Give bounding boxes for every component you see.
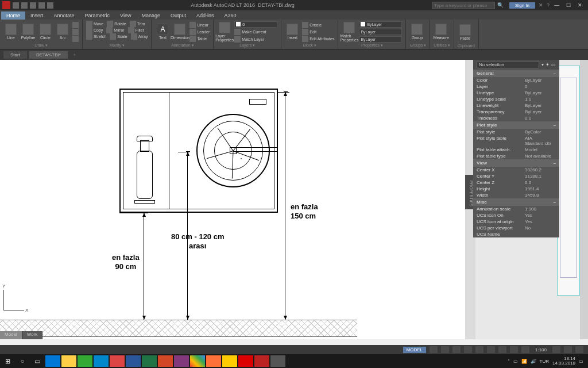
qat-open-icon[interactable]	[21, 2, 28, 9]
layer-properties-button[interactable]: Layer Properties	[217, 22, 232, 42]
color-combo[interactable]: ByLayer	[359, 21, 402, 28]
status-grid-icon[interactable]	[430, 346, 438, 353]
make-current-button[interactable]: Make Current	[234, 29, 277, 35]
tab-annotate[interactable]: Annotate	[49, 12, 80, 20]
exchange-icon[interactable]: ✕	[539, 2, 543, 8]
tab-manage[interactable]: Manage	[136, 12, 165, 20]
array-button[interactable]: Array	[131, 33, 148, 40]
close-button[interactable]: ✕	[578, 2, 582, 8]
props-quick-icon[interactable]: ✦	[546, 62, 550, 67]
status-scale[interactable]: 1:100	[533, 347, 549, 352]
edit-block-button[interactable]: Edit	[302, 29, 334, 35]
props-row[interactable]: UCS icon at originYes	[473, 218, 559, 225]
match-layer-button[interactable]: Match Layer	[234, 36, 277, 43]
tb-edge-icon[interactable]	[45, 355, 60, 367]
tb-mail-icon[interactable]	[110, 355, 125, 367]
props-row[interactable]: UCS Name	[473, 231, 559, 237]
tray-chevron-icon[interactable]: ˄	[508, 359, 510, 364]
tb-firefox-icon[interactable]	[206, 355, 221, 367]
tab-home[interactable]: Home	[1, 12, 25, 20]
status-ortho-icon[interactable]	[452, 346, 461, 353]
leader-button[interactable]: Leader	[189, 29, 210, 35]
tab-parametric[interactable]: Parametric	[80, 12, 115, 20]
props-row[interactable]: Plot table attach…Model	[473, 147, 559, 153]
qat-new-icon[interactable]	[13, 2, 19, 9]
tray-notifications-icon[interactable]: ▭	[579, 359, 583, 364]
props-row[interactable]: LinetypeByLayer	[473, 90, 559, 96]
start-button[interactable]: ⊞	[0, 354, 15, 368]
tray-network-icon[interactable]: 📶	[521, 359, 527, 364]
trim-button[interactable]: Trim	[130, 21, 145, 27]
move-button[interactable]: Move	[86, 21, 103, 27]
layer-combo[interactable]: 0	[234, 21, 277, 28]
draw-extra2-icon[interactable]	[72, 29, 79, 35]
line-button[interactable]: Line	[3, 24, 18, 40]
edit-attributes-button[interactable]: Edit Attributes	[302, 36, 334, 42]
filetab-current[interactable]: DETAY-TBI*	[29, 51, 68, 59]
props-selection-combo[interactable]: No selection	[477, 61, 539, 68]
props-pim-icon[interactable]: ▾	[541, 62, 544, 67]
vertical-scrollbar[interactable]	[580, 60, 588, 339]
tb-explorer-icon[interactable]	[61, 355, 76, 367]
status-osnap-icon[interactable]	[475, 346, 483, 353]
props-row[interactable]: UCS icon OnYes	[473, 212, 559, 218]
stretch-button[interactable]: Stretch	[86, 33, 106, 40]
props-row[interactable]: Annotation scale1:100	[473, 206, 559, 212]
properties-panel[interactable]: PROPERTIES No selection ▾✦▭ General–Colo…	[473, 60, 559, 237]
tb-ppt-icon[interactable]	[158, 355, 173, 367]
tb-app2-icon[interactable]	[270, 355, 285, 367]
status-clean-icon[interactable]	[564, 346, 572, 353]
signin-button[interactable]: Sign In	[509, 2, 535, 9]
lineweight-combo[interactable]: ByLayer	[359, 29, 402, 35]
filetab-start[interactable]: Start	[3, 51, 27, 59]
filetab-add-button[interactable]: +	[70, 52, 79, 57]
linetype-combo[interactable]: ByLayer	[359, 36, 402, 43]
properties-tab[interactable]: PROPERTIES	[465, 175, 473, 209]
props-row[interactable]: TransparencyByLayer	[473, 109, 559, 115]
status-lwt-icon[interactable]	[487, 346, 495, 353]
help-search-input[interactable]	[432, 2, 495, 9]
taskview-icon[interactable]: ▭	[30, 354, 45, 368]
props-row[interactable]: Height1991.4	[473, 186, 559, 192]
props-section[interactable]: Plot style–	[473, 121, 559, 129]
props-row[interactable]: Plot styleByColor	[473, 129, 559, 135]
tray-battery-icon[interactable]: ▭	[513, 359, 518, 364]
qat-save-icon[interactable]	[30, 2, 36, 9]
props-section[interactable]: Misc–	[473, 198, 559, 206]
minimize-button[interactable]: —	[554, 2, 559, 8]
status-annomonitor-icon[interactable]	[521, 346, 529, 353]
props-row[interactable]: Center Y31388.1	[473, 173, 559, 179]
search-icon[interactable]: 🔍	[497, 2, 504, 8]
circle-button[interactable]: Circle	[38, 24, 53, 40]
model-canvas[interactable]: en fazla 90 cm 80 cm - 120 cm arası en f…	[0, 60, 472, 339]
props-row[interactable]: Linetype scale1.0	[473, 96, 559, 102]
rotate-button[interactable]: Rotate	[107, 21, 126, 27]
props-row[interactable]: Layer0	[473, 83, 559, 90]
props-row[interactable]: Plot table typeNot available	[473, 153, 559, 159]
tb-pdf-icon[interactable]	[238, 355, 253, 367]
qat-redo-icon[interactable]	[47, 2, 53, 9]
tb-acad-icon[interactable]	[254, 355, 269, 367]
tb-app1-icon[interactable]	[94, 355, 109, 367]
tb-word-icon[interactable]	[126, 355, 141, 367]
status-model-button[interactable]: MODEL	[403, 347, 426, 353]
dimension-button[interactable]: Dimension	[172, 24, 187, 40]
props-row[interactable]: UCS per viewportNo	[473, 225, 559, 231]
text-button[interactable]: AText	[155, 24, 170, 40]
qat-undo-icon[interactable]	[38, 2, 45, 9]
tb-yandex-icon[interactable]	[222, 355, 237, 367]
draw-extra1-icon[interactable]	[72, 22, 79, 28]
mirror-button[interactable]: Mirror	[106, 27, 124, 33]
measure-button[interactable]: Measure	[434, 24, 448, 40]
arc-button[interactable]: Arc	[55, 24, 70, 40]
layout-work[interactable]: Work	[22, 331, 43, 339]
status-cycling-icon[interactable]	[510, 346, 518, 353]
props-section[interactable]: General–	[473, 70, 559, 77]
tab-insert[interactable]: Insert	[25, 12, 49, 20]
status-transparency-icon[interactable]	[498, 346, 506, 353]
tab-addins[interactable]: Add-ins	[191, 12, 219, 20]
maximize-button[interactable]: ☐	[566, 2, 571, 8]
tb-chrome-icon[interactable]	[190, 355, 205, 367]
draw-extra3-icon[interactable]	[72, 36, 79, 42]
props-row[interactable]: Width3459.8	[473, 192, 559, 198]
